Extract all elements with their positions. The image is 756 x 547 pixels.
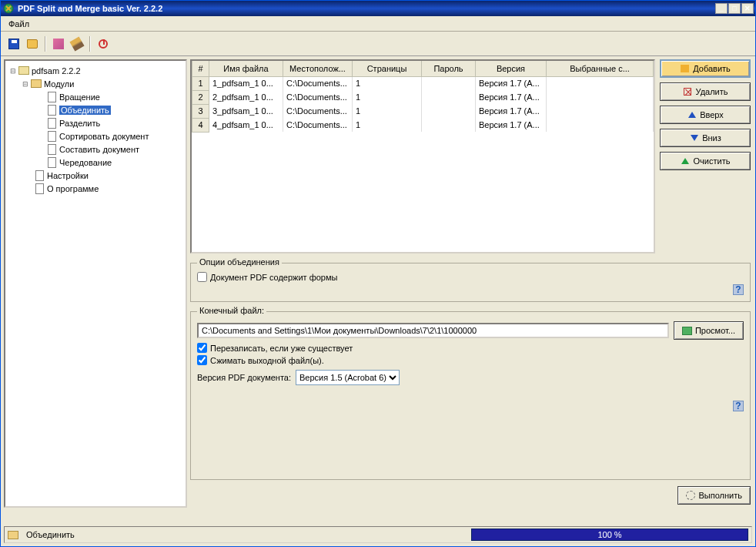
add-button[interactable]: Добавить xyxy=(660,59,751,78)
delete-icon xyxy=(683,87,693,97)
save-icon xyxy=(8,39,19,49)
pdf-version-select[interactable]: Версия 1.5 (Acrobat 6) xyxy=(296,370,400,385)
forms-checkbox[interactable] xyxy=(197,272,207,282)
remove-button[interactable]: Удалить xyxy=(660,82,751,101)
save-button[interactable] xyxy=(5,35,22,52)
document-icon xyxy=(45,104,58,116)
tree-item-split[interactable]: Разделить xyxy=(5,116,186,129)
settings-icon xyxy=(53,39,64,49)
overwrite-checkbox[interactable] xyxy=(197,343,207,353)
overwrite-label: Перезаписать, если уже существует xyxy=(210,344,353,353)
close-button[interactable]: ✕ xyxy=(741,3,754,14)
folder-open-icon xyxy=(30,78,42,90)
col-num[interactable]: # xyxy=(192,61,209,76)
minimize-button[interactable]: _ xyxy=(715,3,728,14)
status-text: Объединить xyxy=(22,530,471,539)
exit-button[interactable] xyxy=(95,35,112,52)
app-window: PDF Split and Merge basic Ver. 2.2.2 _ □… xyxy=(0,0,756,547)
folder-icon xyxy=(682,326,692,336)
col-location[interactable]: Местополож... xyxy=(283,61,353,76)
up-icon xyxy=(687,110,697,120)
help-icon[interactable]: ? xyxy=(733,284,744,295)
open-icon xyxy=(27,39,38,49)
output-group: Конечный файл: Просмот... Перезаписать, … xyxy=(190,311,751,480)
move-up-button[interactable]: Вверх xyxy=(660,106,751,124)
table-row[interactable]: 11_pdfsam_1 0...C:\Documents...1Версия 1… xyxy=(192,76,654,90)
log-button[interactable] xyxy=(69,35,85,52)
col-selected[interactable]: Выбранные с... xyxy=(547,61,654,76)
help-icon[interactable]: ? xyxy=(733,401,744,411)
tree-item-rotate[interactable]: Вращение xyxy=(5,90,186,103)
table-row[interactable]: 33_pdfsam_1 0...C:\Documents...1Версия 1… xyxy=(192,104,654,118)
move-down-button[interactable]: Вниз xyxy=(660,129,751,147)
col-filename[interactable]: Имя файла xyxy=(209,61,283,76)
tree-item-alternate[interactable]: Чередование xyxy=(5,156,186,169)
collapse-icon[interactable]: ⊟ xyxy=(21,80,30,88)
browse-button[interactable]: Просмот... xyxy=(674,321,744,340)
document-icon xyxy=(45,117,58,129)
tree-item-merge[interactable]: Объединить xyxy=(5,103,186,116)
document-icon xyxy=(45,143,58,156)
col-password[interactable]: Пароль xyxy=(422,61,476,76)
menubar: Файл xyxy=(1,16,755,32)
run-icon xyxy=(686,491,696,501)
app-icon xyxy=(2,2,15,15)
tree-root[interactable]: ⊟ pdfsam 2.2.2 xyxy=(5,64,186,77)
folder-icon xyxy=(18,65,30,77)
clear-button[interactable]: Очистить xyxy=(660,152,751,170)
progress-bar: 100 % xyxy=(471,529,748,541)
titlebar: PDF Split and Merge basic Ver. 2.2.2 _ □… xyxy=(1,1,755,16)
document-icon xyxy=(33,169,45,182)
status-folder-icon xyxy=(5,531,22,539)
statusbar: Объединить 100 % xyxy=(4,526,752,543)
open-button[interactable] xyxy=(24,35,41,52)
forms-label: Документ PDF содержит формы xyxy=(210,273,337,282)
merge-options-group: Опции объединения Документ PDF содержит … xyxy=(190,263,751,302)
tree-settings[interactable]: Настройки xyxy=(5,169,186,182)
clear-icon xyxy=(681,156,691,166)
file-table[interactable]: # Имя файла Местополож... Страницы Парол… xyxy=(190,59,655,253)
table-row[interactable]: 44_pdfsam_1 0...C:\Documents...1Версия 1… xyxy=(192,118,654,132)
tree-item-sort[interactable]: Сортировать документ xyxy=(5,129,186,143)
down-icon xyxy=(689,133,699,143)
menu-file[interactable]: Файл xyxy=(4,18,34,30)
run-button[interactable]: Выполнить xyxy=(677,486,751,505)
tree-about[interactable]: О программе xyxy=(5,182,186,195)
group-title: Опции объединения xyxy=(197,257,282,267)
maximize-button[interactable]: □ xyxy=(728,3,741,14)
group-title: Конечный файл: xyxy=(197,306,266,315)
collapse-icon[interactable]: ⊟ xyxy=(8,67,18,75)
document-icon xyxy=(45,156,58,169)
window-title: PDF Split and Merge basic Ver. 2.2.2 xyxy=(18,4,715,13)
document-icon xyxy=(45,130,58,143)
settings-button[interactable] xyxy=(50,35,67,52)
toolbar xyxy=(1,32,755,56)
col-version[interactable]: Версия xyxy=(476,61,547,76)
pdf-version-label: Версия PDF документа: xyxy=(197,373,291,382)
col-pages[interactable]: Страницы xyxy=(353,61,422,76)
compress-label: Сжимать выходной файл(ы). xyxy=(210,356,324,365)
output-path-input[interactable] xyxy=(197,323,669,338)
document-icon xyxy=(33,183,45,195)
table-row[interactable]: 22_pdfsam_1 0...C:\Documents...1Версия 1… xyxy=(192,90,654,104)
tree-modules[interactable]: ⊟ Модули xyxy=(5,77,186,90)
document-icon xyxy=(45,91,58,103)
brush-icon xyxy=(69,36,84,51)
power-icon xyxy=(99,39,108,49)
compress-checkbox[interactable] xyxy=(197,355,207,365)
tree-item-compose[interactable]: Составить документ xyxy=(5,143,186,156)
sidebar-tree[interactable]: ⊟ pdfsam 2.2.2 ⊟ Модули Вращение Объедин… xyxy=(4,59,187,508)
add-icon xyxy=(680,64,690,74)
